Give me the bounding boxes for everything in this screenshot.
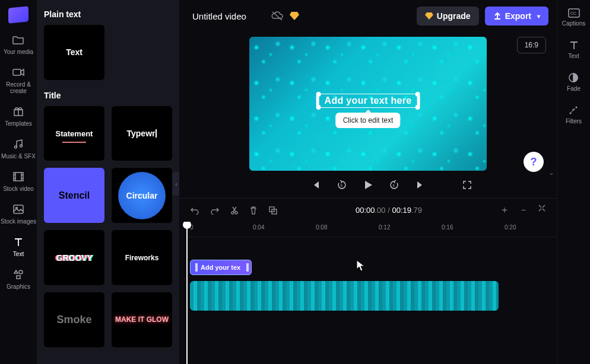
gift-icon bbox=[12, 105, 25, 118]
thumb-fireworks[interactable]: Fireworks bbox=[112, 230, 172, 285]
text-icon bbox=[12, 235, 25, 248]
help-button[interactable]: ? bbox=[524, 152, 544, 172]
thumb-label: Stencil bbox=[59, 190, 90, 201]
thumb-typewriter[interactable]: Typewr bbox=[112, 106, 172, 161]
clip-label: Add your tex bbox=[201, 264, 240, 271]
collapse-panel-button[interactable]: ‹ bbox=[172, 172, 179, 196]
thumb-statement[interactable]: Statement bbox=[44, 106, 104, 161]
panel-label: Text bbox=[568, 53, 579, 59]
filmstrip-icon bbox=[12, 170, 25, 183]
edit-tooltip: Click to edit text bbox=[336, 113, 401, 128]
thumb-label: MAKE IT GLOW bbox=[115, 316, 169, 324]
thumb-label: Statement bbox=[56, 129, 93, 138]
zoom-out-button[interactable]: － bbox=[519, 204, 528, 216]
panel-captions[interactable]: CC Captions bbox=[562, 8, 585, 27]
split-button[interactable] bbox=[230, 206, 239, 215]
play-button[interactable] bbox=[361, 178, 375, 191]
clip-handle-icon[interactable] bbox=[195, 263, 198, 272]
svg-text:5: 5 bbox=[393, 184, 395, 187]
music-icon bbox=[12, 138, 25, 151]
nav-label: Text bbox=[13, 251, 24, 257]
nav-templates[interactable]: Templates bbox=[5, 105, 32, 127]
thumb-circular[interactable]: Circular bbox=[112, 168, 172, 223]
fullscreen-button[interactable] bbox=[461, 178, 474, 191]
clip-handle-icon[interactable] bbox=[246, 263, 249, 272]
thumb-groovy[interactable]: GROOVY bbox=[44, 230, 104, 285]
video-preview[interactable]: Add your text here Click to edit text bbox=[249, 37, 487, 171]
nav-text[interactable]: Text bbox=[12, 235, 25, 257]
timecode: 00:00.00 / 00:19.79 bbox=[288, 206, 489, 215]
video-clip[interactable] bbox=[190, 281, 499, 311]
thumb-label: Fireworks bbox=[125, 254, 159, 262]
svg-line-9 bbox=[272, 12, 282, 20]
undo-button[interactable] bbox=[190, 206, 199, 215]
panel-label: Filters bbox=[566, 118, 582, 124]
thumb-stencil[interactable]: Stencil bbox=[44, 168, 104, 223]
chevron-down-icon: ▾ bbox=[537, 13, 540, 20]
nav-your-media[interactable]: Your media bbox=[4, 33, 33, 55]
thumb-plain-text[interactable]: Text bbox=[44, 25, 104, 80]
nav-record-create[interactable]: Record & create bbox=[0, 66, 37, 94]
thumb-label: GROOVY bbox=[56, 253, 92, 263]
text-element-selected[interactable]: Add your text here Click to edit text bbox=[318, 94, 418, 108]
thumb-smoke[interactable]: Smoke bbox=[44, 292, 104, 347]
diamond-icon bbox=[425, 12, 433, 20]
skip-end-button[interactable] bbox=[414, 178, 427, 191]
tick-label: 0:16 bbox=[442, 224, 453, 231]
fit-timeline-button[interactable] bbox=[538, 204, 546, 216]
panel-fade[interactable]: Fade bbox=[567, 72, 581, 92]
panel-filters[interactable]: Filters bbox=[566, 105, 582, 124]
nav-label: Templates bbox=[5, 120, 32, 127]
nav-stock-video[interactable]: Stock video bbox=[3, 170, 34, 192]
thumb-label: Typewr bbox=[127, 129, 156, 138]
panel-label: Captions bbox=[562, 20, 585, 27]
captions-icon: CC bbox=[568, 8, 580, 18]
zoom-in-button[interactable]: ＋ bbox=[500, 204, 509, 216]
timeline-ruler[interactable]: 0 0:04 0:08 0:12 0:16 0:20 bbox=[186, 222, 557, 237]
thumb-label: Circular bbox=[126, 191, 158, 200]
player-controls: 5 5 bbox=[179, 172, 557, 198]
resize-handle-icon[interactable] bbox=[417, 95, 420, 107]
project-title-input[interactable] bbox=[188, 8, 265, 25]
section-plain-text: Plain text bbox=[44, 9, 172, 19]
asset-panel: Plain text Text Title Statement Typewr S… bbox=[37, 0, 179, 364]
export-button[interactable]: Export ▾ bbox=[485, 7, 548, 25]
delete-button[interactable] bbox=[249, 206, 258, 215]
svg-point-21 bbox=[576, 107, 578, 108]
text-clip[interactable]: Add your tex bbox=[190, 260, 252, 275]
svg-text:CC: CC bbox=[570, 11, 576, 15]
svg-point-7 bbox=[19, 270, 23, 274]
nav-music-sfx[interactable]: Music & SFX bbox=[1, 138, 36, 159]
stage-wrap: 16:9 Add your text here Click to edit te… bbox=[179, 32, 557, 172]
duplicate-button[interactable] bbox=[268, 206, 278, 215]
fade-icon bbox=[568, 72, 579, 83]
aspect-ratio-button[interactable]: 16:9 bbox=[517, 37, 546, 53]
tick-label: 0:12 bbox=[379, 224, 390, 231]
camera-icon bbox=[12, 66, 25, 79]
main-area: Upgrade Export ▾ 16:9 Add your text here bbox=[179, 0, 557, 364]
timeline-toolbar: 00:00.00 / 00:19.79 ＋ － bbox=[179, 198, 557, 222]
image-icon bbox=[12, 203, 25, 216]
button-label: Export bbox=[505, 11, 531, 21]
nav-label: Your media bbox=[4, 49, 33, 55]
resize-handle-icon[interactable] bbox=[316, 95, 319, 107]
nav-label: Graphics bbox=[7, 283, 30, 290]
nav-graphics[interactable]: Graphics bbox=[7, 268, 30, 290]
upgrade-button[interactable]: Upgrade bbox=[417, 7, 479, 25]
timeline[interactable]: 0 0:04 0:08 0:12 0:16 0:20 Add your tex bbox=[179, 222, 557, 364]
skip-start-button[interactable] bbox=[309, 178, 322, 191]
nav-stock-images[interactable]: Stock images bbox=[1, 203, 36, 225]
overlay-text[interactable]: Add your text here bbox=[325, 95, 412, 106]
svg-rect-5 bbox=[14, 205, 23, 213]
forward-5-button[interactable]: 5 bbox=[388, 178, 401, 191]
diamond-icon bbox=[290, 12, 299, 20]
playhead[interactable] bbox=[186, 222, 188, 364]
thumb-make-it-glow[interactable]: MAKE IT GLOW bbox=[112, 292, 172, 347]
tick-label: 0:04 bbox=[253, 224, 264, 231]
panel-text[interactable]: Text bbox=[568, 40, 579, 59]
cloud-off-icon[interactable] bbox=[271, 11, 284, 21]
svg-point-12 bbox=[231, 212, 234, 214]
rewind-5-button[interactable]: 5 bbox=[335, 178, 348, 191]
app-logo[interactable] bbox=[8, 6, 28, 24]
redo-button[interactable] bbox=[210, 206, 220, 215]
